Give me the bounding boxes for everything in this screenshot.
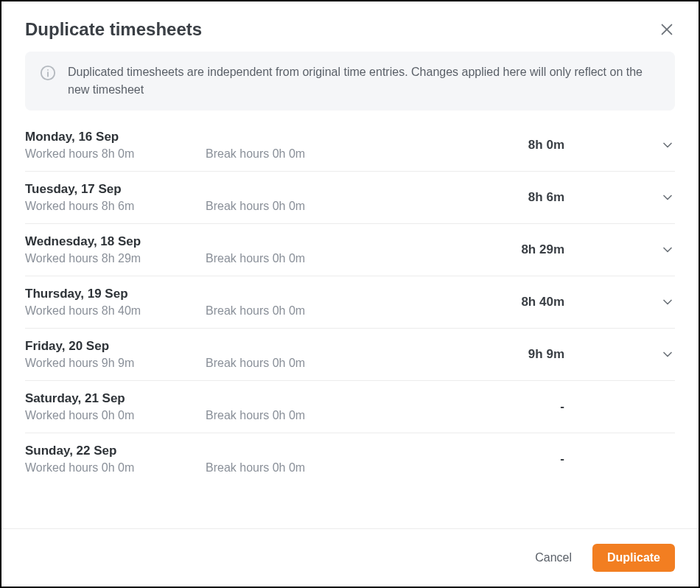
day-row[interactable]: Thursday, 19 SepWorked hours 8h 40mBreak…: [25, 276, 675, 329]
expand-toggle[interactable]: [653, 190, 675, 205]
worked-hours-label: Worked hours 8h 29m: [25, 252, 206, 265]
chevron-down-icon: [660, 138, 675, 153]
break-hours-label: Break hours 0h 0m: [206, 357, 382, 370]
break-hours-label: Break hours 0h 0m: [206, 200, 382, 213]
day-list: Monday, 16 SepWorked hours 8h 0mBreak ho…: [1, 119, 699, 485]
day-date: Wednesday, 18 Sep: [25, 234, 206, 249]
worked-hours-label: Worked hours 8h 40m: [25, 304, 206, 318]
svg-point-4: [47, 69, 49, 71]
total-hours: 8h 0m: [382, 138, 564, 153]
worked-hours-label: Worked hours 0h 0m: [25, 409, 206, 422]
close-button[interactable]: [659, 21, 675, 38]
info-icon: [40, 65, 56, 84]
info-banner: Duplicated timesheets are independent fr…: [25, 52, 675, 111]
break-hours-label: Break hours 0h 0m: [206, 461, 382, 475]
break-hours-label: Break hours 0h 0m: [206, 147, 382, 161]
chevron-down-icon: [660, 347, 675, 362]
day-row: Saturday, 21 SepWorked hours 0h 0mBreak …: [25, 381, 675, 433]
modal-title: Duplicate timesheets: [25, 19, 202, 40]
expand-toggle[interactable]: [653, 138, 675, 153]
modal-header: Duplicate timesheets: [1, 1, 699, 52]
day-date: Thursday, 19 Sep: [25, 287, 206, 301]
day-row[interactable]: Friday, 20 SepWorked hours 9h 9mBreak ho…: [25, 329, 675, 381]
day-date: Tuesday, 17 Sep: [25, 182, 206, 197]
chevron-down-icon: [660, 295, 675, 309]
day-row[interactable]: Tuesday, 17 SepWorked hours 8h 6mBreak h…: [25, 172, 675, 224]
worked-hours-label: Worked hours 8h 6m: [25, 200, 206, 213]
day-row: Sunday, 22 SepWorked hours 0h 0mBreak ho…: [25, 433, 675, 485]
total-hours: 9h 9m: [382, 347, 564, 362]
day-date: Monday, 16 Sep: [25, 130, 206, 144]
day-date: Friday, 20 Sep: [25, 339, 206, 354]
total-hours: 8h 29m: [382, 242, 564, 257]
cancel-button[interactable]: Cancel: [522, 544, 585, 572]
day-row[interactable]: Monday, 16 SepWorked hours 8h 0mBreak ho…: [25, 119, 675, 172]
chevron-down-icon: [660, 190, 675, 205]
worked-hours-label: Worked hours 9h 9m: [25, 357, 206, 370]
modal-footer: Cancel Duplicate: [1, 528, 699, 587]
break-hours-label: Break hours 0h 0m: [206, 252, 382, 265]
total-hours: 8h 6m: [382, 190, 564, 205]
day-row[interactable]: Wednesday, 18 SepWorked hours 8h 29mBrea…: [25, 224, 675, 276]
chevron-down-icon: [660, 242, 675, 257]
break-hours-label: Break hours 0h 0m: [206, 409, 382, 422]
day-date: Saturday, 21 Sep: [25, 391, 206, 406]
break-hours-label: Break hours 0h 0m: [206, 304, 382, 318]
worked-hours-label: Worked hours 8h 0m: [25, 147, 206, 161]
total-hours: -: [382, 399, 564, 414]
info-text: Duplicated timesheets are independent fr…: [68, 63, 660, 99]
expand-toggle[interactable]: [653, 347, 675, 362]
total-hours: 8h 40m: [382, 295, 564, 309]
worked-hours-label: Worked hours 0h 0m: [25, 461, 206, 475]
expand-toggle[interactable]: [653, 295, 675, 309]
duplicate-button[interactable]: Duplicate: [592, 544, 675, 572]
day-date: Sunday, 22 Sep: [25, 444, 206, 458]
close-icon: [659, 21, 675, 38]
expand-toggle[interactable]: [653, 242, 675, 257]
total-hours: -: [382, 452, 564, 466]
